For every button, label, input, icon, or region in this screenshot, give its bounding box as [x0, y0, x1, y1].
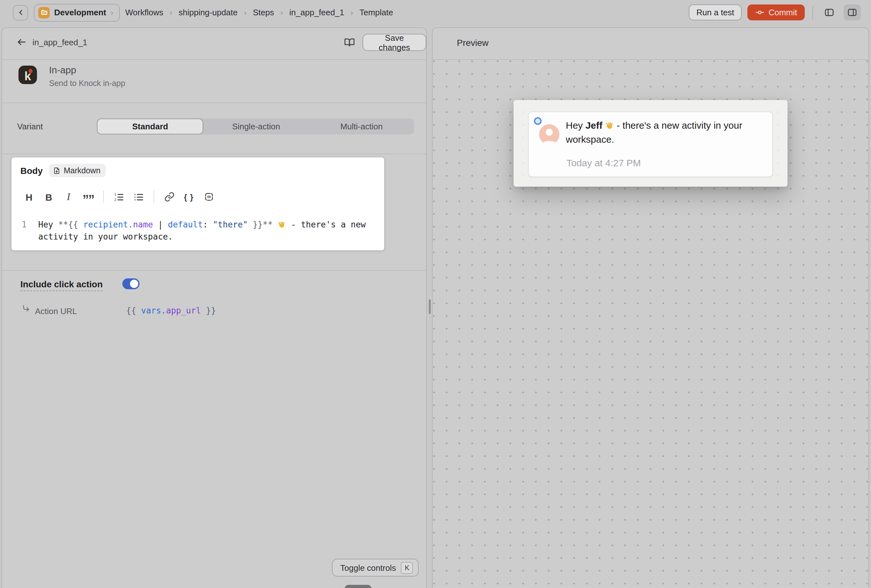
app-window: Development › Workflows › shipping-updat…	[0, 0, 871, 588]
breadcrumb-template[interactable]: Template	[359, 7, 393, 17]
wave-emoji-icon	[278, 220, 286, 229]
body-label: Body	[20, 166, 43, 176]
step-name-label: in_app_feed_1	[33, 37, 87, 47]
variable-button[interactable]: { }	[180, 189, 198, 205]
environment-folder-icon	[38, 7, 50, 18]
divider	[2, 270, 426, 271]
breadcrumb-separator: ›	[244, 8, 247, 17]
recipient-avatar	[539, 124, 560, 145]
commit-button[interactable]: Commit	[747, 4, 805, 20]
notification-preview-card[interactable]: Hey Jeff - there's a new activity in you…	[528, 111, 773, 177]
variant-option-multi-action[interactable]: Multi-action	[309, 118, 414, 135]
format-badge-label: Markdown	[64, 166, 100, 175]
variant-segmented-control: Standard Single-action Multi-action	[97, 118, 414, 135]
environment-caret: ›	[111, 8, 113, 17]
logo-dot	[29, 69, 33, 73]
run-test-button[interactable]: Run a test	[689, 4, 742, 20]
breadcrumb-separator: ›	[170, 8, 172, 17]
formatting-toolbar: H B I ”” 12 { }	[20, 189, 217, 205]
body-editor-card: Body Markdown H B I ”” 12	[12, 157, 384, 250]
template-editor-panel: in_app_feed_1 Save changes k In-app Send…	[1, 27, 427, 588]
line-number: 1	[22, 218, 38, 243]
commit-label: Commit	[768, 7, 797, 17]
variant-option-single-action[interactable]: Single-action	[204, 118, 309, 135]
back-to-step-button[interactable]	[15, 35, 29, 49]
person-icon	[539, 124, 560, 145]
keyboard-shortcut-badge: K	[401, 561, 413, 574]
breadcrumb-steps[interactable]: Steps	[253, 7, 274, 17]
link-button[interactable]	[160, 189, 178, 205]
action-url-value[interactable]: {{ vars.app_url }}	[126, 306, 216, 315]
panel-right-icon	[847, 7, 858, 18]
unread-indicator	[534, 117, 542, 125]
divider	[2, 59, 426, 60]
notification-timestamp: Today at 4:27 PM	[566, 157, 641, 168]
toggle-left-panel-button[interactable]	[821, 4, 838, 20]
book-icon	[344, 37, 355, 48]
toolbar-divider	[103, 190, 104, 203]
toggle-controls-label: Toggle controls	[340, 563, 396, 572]
chevron-left-icon	[16, 8, 24, 16]
history-back-button[interactable]	[13, 5, 28, 20]
panel-left-icon	[824, 7, 835, 18]
include-click-action-toggle[interactable]	[122, 278, 139, 289]
channel-subtitle: Send to Knock in-app	[49, 79, 125, 88]
format-badge[interactable]: Markdown	[49, 164, 105, 177]
save-changes-button[interactable]: Save changes	[362, 34, 426, 51]
toolbar-divider	[813, 5, 813, 19]
knock-in-app-logo: k	[18, 66, 37, 84]
body-template-code[interactable]: Hey **{{ recipient.name | default: "ther…	[38, 218, 386, 243]
italic-button[interactable]: I	[60, 189, 77, 205]
nested-arrow-icon	[21, 304, 33, 315]
panel-resize-handle[interactable]	[429, 299, 431, 314]
toggle-right-panel-button[interactable]	[844, 4, 861, 20]
snippet-button[interactable]	[200, 189, 217, 205]
breadcrumb-separator: ›	[280, 8, 283, 17]
markdown-file-icon	[53, 167, 61, 174]
divider	[2, 103, 426, 103]
breadcrumb-separator: ›	[350, 8, 353, 17]
feed-popover: Hey Jeff - there's a new activity in you…	[513, 100, 787, 187]
preview-canvas: Hey Jeff - there's a new activity in you…	[433, 60, 868, 588]
wave-emoji-icon	[605, 121, 614, 130]
ordered-list-button[interactable]: 12	[110, 189, 127, 205]
environment-name: Development	[54, 7, 106, 17]
recipient-name: Jeff	[585, 120, 602, 130]
action-url-label: Action URL	[35, 307, 77, 316]
notification-message: Hey Jeff - there's a new activity in you…	[566, 118, 767, 147]
svg-text:2: 2	[114, 197, 116, 201]
commit-icon	[755, 7, 765, 17]
preview-title: Preview	[457, 37, 489, 48]
blockquote-button[interactable]: ””	[80, 189, 97, 205]
breadcrumb-workflows[interactable]: Workflows	[125, 7, 163, 17]
heading-button[interactable]: H	[20, 189, 37, 205]
body-code-editor[interactable]: 1 Hey **{{ recipient.name | default: "th…	[22, 218, 386, 243]
channel-title: In-app	[49, 64, 76, 75]
toggle-knob	[130, 280, 138, 288]
toggle-controls-button[interactable]: Toggle controls K	[332, 559, 419, 576]
arrow-left-icon	[16, 37, 27, 47]
environment-switcher[interactable]: Development ›	[34, 3, 120, 21]
variant-option-standard[interactable]: Standard	[97, 118, 204, 135]
breadcrumb: Workflows › shipping-update › Steps › in…	[125, 7, 393, 17]
preview-panel: Preview Hey Jeff - there's a new activit…	[432, 27, 869, 588]
variant-label: Variant	[17, 122, 43, 131]
include-click-action-label: Include click action	[20, 279, 103, 291]
message-prefix: Hey	[566, 120, 585, 130]
svg-text:1: 1	[114, 192, 116, 196]
hidden-controls-pill	[345, 585, 371, 588]
breadcrumb-step-name[interactable]: in_app_feed_1	[289, 7, 344, 17]
bullet-list-button[interactable]	[130, 189, 147, 205]
top-bar: Development › Workflows › shipping-updat…	[0, 0, 871, 25]
bold-button[interactable]: B	[40, 189, 57, 205]
docs-button[interactable]	[342, 35, 356, 49]
divider	[2, 154, 426, 154]
toolbar-divider	[154, 190, 154, 203]
breadcrumb-workflow-name[interactable]: shipping-update	[179, 7, 238, 17]
